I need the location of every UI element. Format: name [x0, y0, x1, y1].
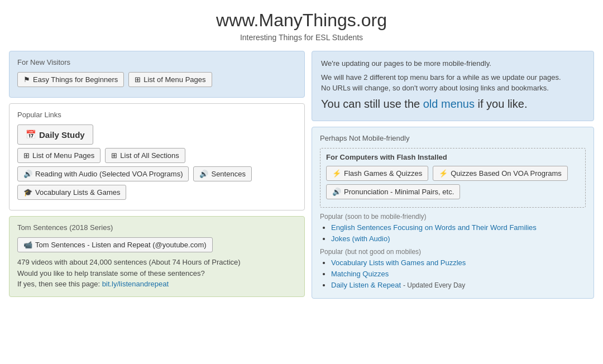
- grid-icon: ⊞: [135, 75, 141, 84]
- flash-games-label: Flash Games & Quizzes: [344, 169, 422, 178]
- notice-box: We're updating our pages to be more mobi…: [312, 51, 594, 121]
- new-visitors-title: For New Visitors: [17, 58, 296, 66]
- easy-beginners-label: Easy Things for Beginners: [33, 75, 118, 84]
- sentences-words-link[interactable]: English Sentences Focusing on Words and …: [331, 223, 537, 232]
- daily-study-button[interactable]: 📅 Daily Study: [17, 124, 93, 145]
- notice-line2: No URLs will change, so don't worry abou…: [321, 84, 585, 92]
- easy-beginners-button[interactable]: ⚑ Easy Things for Beginners: [17, 72, 124, 87]
- bolt-icon: ⚡: [332, 169, 341, 178]
- sentences-label: Sentences: [211, 170, 245, 178]
- list-item: English Sentences Focusing on Words and …: [331, 223, 586, 232]
- jokes-link[interactable]: Jokes (with Audio): [331, 234, 390, 243]
- popular-row2: ⊞ List of Menu Pages ⊞ List of All Secti…: [17, 148, 296, 163]
- pronunciation-button[interactable]: 🔊 Pronunciation - Minimal Pairs, etc.: [326, 184, 460, 199]
- reading-audio-label: Reading with Audio (Selected VOA Program…: [35, 170, 183, 178]
- notice-suffix: if you like.: [475, 98, 527, 110]
- flash-section-title: For Computers with Flash Installed: [326, 153, 580, 161]
- pronunciation-label: Pronunciation - Minimal Pairs, etc.: [344, 188, 454, 196]
- bolt-icon-2: ⚡: [439, 169, 448, 178]
- list-item: Matching Quizzes: [331, 269, 586, 278]
- for-new-visitors-card: For New Visitors ⚑ Easy Things for Begin…: [9, 51, 305, 98]
- popular-row4: 🎓 Vocabulary Lists & Games: [17, 185, 296, 200]
- video-icon: 📹: [23, 241, 32, 249]
- popular-not-mobile-list: Vocabulary Lists with Games and Puzzles …: [320, 258, 586, 289]
- menu-pages-label-2: List of Menu Pages: [32, 151, 94, 160]
- list-item: Vocabulary Lists with Games and Puzzles: [331, 258, 586, 267]
- matching-quizzes-link[interactable]: Matching Quizzes: [331, 270, 389, 278]
- tom-desc: 479 videos with about 24,000 sentences (…: [17, 257, 296, 290]
- not-mobile-card: Perhaps Not Mobile-friendly For Computer…: [312, 127, 594, 299]
- tom-desc-line2: Would you like to help translate some of…: [17, 269, 205, 277]
- menu-pages-button[interactable]: ⊞ List of Menu Pages: [128, 72, 212, 87]
- daily-listen-link[interactable]: Daily Listen & Repeat: [331, 281, 401, 289]
- flag-icon: ⚑: [23, 75, 30, 84]
- menu-pages-label: List of Menu Pages: [143, 75, 205, 84]
- grid-icon-2: ⊞: [23, 151, 30, 160]
- flash-games-button[interactable]: ⚡ Flash Games & Quizzes: [326, 166, 428, 181]
- notice-line1: We will have 2 different top menu bars f…: [321, 73, 585, 82]
- flash-section: For Computers with Flash Installed ⚡ Fla…: [320, 148, 586, 208]
- updated-tag: - Updated Every Day: [403, 281, 465, 289]
- new-visitors-buttons: ⚑ Easy Things for Beginners ⊞ List of Me…: [17, 72, 296, 87]
- left-column: For New Visitors ⚑ Easy Things for Begin…: [9, 51, 305, 299]
- popular-row3: 🔊 Reading with Audio (Selected VOA Progr…: [17, 166, 296, 181]
- popular-soon-list: English Sentences Focusing on Words and …: [320, 223, 586, 243]
- reading-audio-button[interactable]: 🔊 Reading with Audio (Selected VOA Progr…: [17, 166, 189, 181]
- popular-soon-label: Popular (soon to be mobile-friendly): [320, 212, 586, 221]
- main-layout: For New Visitors ⚑ Easy Things for Begin…: [0, 46, 603, 308]
- daily-study-label: Daily Study: [39, 130, 85, 140]
- sentences-button[interactable]: 🔊 Sentences: [193, 166, 251, 181]
- old-menus-link[interactable]: old menus: [423, 98, 475, 110]
- list-item: Daily Listen & Repeat - Updated Every Da…: [331, 280, 586, 289]
- site-subtitle: Interesting Things for ESL Students: [0, 33, 603, 42]
- daily-study-group: 📅 Daily Study: [17, 124, 296, 145]
- popular-links-card: Popular Links 📅 Daily Study ⊞ List of Me…: [9, 103, 305, 210]
- tom-video-button[interactable]: 📹 Tom Sentences - Listen and Repeat (@yo…: [17, 237, 213, 252]
- audio-icon: 🔊: [23, 170, 32, 178]
- voa-quizzes-label: Quizzes Based On VOA Programs: [451, 169, 562, 178]
- list-item: Jokes (with Audio): [331, 234, 586, 243]
- tom-sentences-card: Tom Sentences (2018 Series) 📹 Tom Senten…: [9, 216, 305, 297]
- audio-icon-3: 🔊: [332, 188, 341, 196]
- tom-sentences-title: Tom Sentences (2018 Series): [17, 223, 296, 232]
- vocab-games-button[interactable]: 🎓 Vocabulary Lists & Games: [17, 185, 126, 200]
- flash-buttons-row2: 🔊 Pronunciation - Minimal Pairs, etc.: [326, 184, 580, 199]
- all-sections-button[interactable]: ⊞ List of All Sections: [105, 148, 185, 163]
- popular-links-title: Popular Links: [17, 111, 296, 119]
- popular-not-mobile-label: Popular (but not good on mobiles): [320, 247, 586, 256]
- notice-prefix: You can still use the: [321, 98, 423, 110]
- notice-big-text: You can still use the old menus if you l…: [321, 98, 585, 111]
- calendar-icon: 📅: [26, 130, 36, 140]
- vocab-puzzles-link[interactable]: Vocabulary Lists with Games and Puzzles: [331, 258, 466, 267]
- menu-pages-button-2[interactable]: ⊞ List of Menu Pages: [17, 148, 100, 163]
- tom-desc-line3: If yes, then see this page: bit.ly/liste…: [17, 280, 169, 288]
- tom-video-group: 📹 Tom Sentences - Listen and Repeat (@yo…: [17, 237, 296, 252]
- audio-icon-2: 🔊: [199, 170, 208, 178]
- popular-not-mobile-sublabel: (but not good on mobiles): [345, 248, 421, 256]
- voa-quizzes-button[interactable]: ⚡ Quizzes Based On VOA Programs: [433, 166, 568, 181]
- vocab-games-label: Vocabulary Lists & Games: [35, 188, 120, 197]
- notice-title: We're updating our pages to be more mobi…: [321, 59, 585, 68]
- tom-repeat-link[interactable]: bit.ly/listenandrepeat: [102, 280, 169, 288]
- grad-icon: 🎓: [23, 188, 32, 197]
- right-column: We're updating our pages to be more mobi…: [312, 51, 594, 299]
- tom-video-label: Tom Sentences - Listen and Repeat (@yout…: [35, 241, 207, 249]
- site-title: www.ManyThings.org: [0, 10, 603, 31]
- popular-soon-sublabel: (soon to be mobile-friendly): [345, 213, 426, 221]
- tom-desc-line1: 479 videos with about 24,000 sentences (…: [17, 258, 241, 266]
- page-header: www.ManyThings.org Interesting Things fo…: [0, 0, 603, 46]
- all-sections-label: List of All Sections: [120, 151, 179, 160]
- not-mobile-title: Perhaps Not Mobile-friendly: [320, 134, 586, 142]
- flash-buttons-row1: ⚡ Flash Games & Quizzes ⚡ Quizzes Based …: [326, 166, 580, 181]
- grid-icon-3: ⊞: [111, 151, 117, 160]
